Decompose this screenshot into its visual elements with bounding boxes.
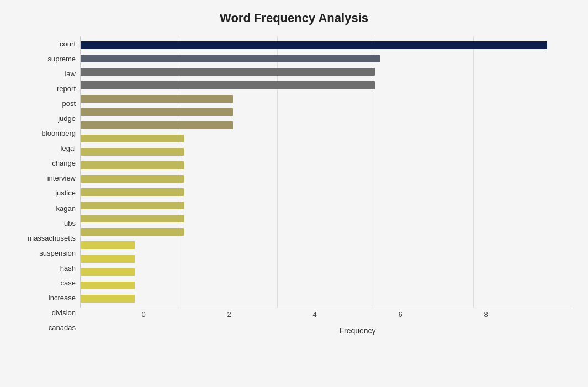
x-tick-label: 4 (312, 310, 316, 319)
x-axis-title: Frequency (144, 326, 571, 335)
bottom-section: 02468 Frequency (144, 308, 571, 335)
x-tick-label: 8 (484, 310, 488, 319)
y-label: ubs (64, 220, 76, 227)
y-label: division (52, 309, 76, 316)
x-ticks: 02468 (144, 308, 571, 322)
bar-row (81, 225, 571, 238)
bar (81, 161, 184, 169)
bar-row (81, 92, 571, 105)
bar-row (81, 119, 571, 132)
y-label: bloomberg (42, 130, 76, 137)
y-label: court (60, 40, 76, 47)
bar (81, 81, 375, 89)
bar-row (81, 105, 571, 119)
chart-container: Word Frequency Analysis courtsupremelawr… (0, 0, 588, 387)
bar-row (81, 52, 571, 65)
bar-row (81, 185, 571, 199)
bar (81, 121, 233, 129)
y-label: legal (61, 145, 76, 152)
y-label: kagan (56, 205, 76, 212)
bar-row (81, 65, 571, 78)
bar-row (81, 78, 571, 92)
y-label: law (65, 70, 76, 77)
chart-title: Word Frequency Analysis (17, 11, 571, 25)
x-tick-label: 6 (398, 310, 402, 319)
bar (81, 202, 184, 209)
bar-row (81, 145, 571, 158)
y-label: change (52, 160, 76, 167)
x-tick-label: 2 (227, 310, 231, 319)
bar (81, 255, 135, 263)
y-label: suspension (39, 250, 76, 257)
bar-row (81, 39, 571, 52)
bar (81, 215, 184, 222)
bar (81, 95, 233, 103)
bar (81, 68, 375, 76)
y-label: interview (47, 174, 76, 182)
y-label: canadas (49, 324, 76, 331)
y-label: post (62, 100, 76, 107)
y-label: justice (55, 189, 76, 197)
bar-row (81, 199, 571, 212)
bar-row (81, 279, 571, 292)
bar (81, 241, 135, 249)
bar (81, 282, 135, 289)
y-label: judge (58, 115, 76, 122)
bar-row (81, 212, 571, 225)
bar (81, 175, 184, 183)
y-label: increase (49, 294, 76, 301)
y-label: case (61, 279, 76, 287)
bar (81, 135, 184, 142)
y-label: hash (60, 264, 76, 272)
bar (81, 188, 184, 196)
bars-area (80, 36, 571, 308)
bar-row (81, 158, 571, 172)
bar-row (81, 238, 571, 252)
y-label: report (57, 85, 76, 92)
y-labels: courtsupremelawreportpostjudgebloombergl… (17, 36, 80, 335)
y-label: massachusetts (28, 235, 76, 242)
bar-row (81, 172, 571, 185)
bar (81, 228, 184, 236)
bar (81, 55, 380, 62)
bars-inner (81, 36, 571, 308)
bar (81, 148, 184, 156)
bar-row (81, 292, 571, 305)
bar (81, 268, 135, 276)
bar-row (81, 252, 571, 266)
bar-row (81, 132, 571, 145)
y-label: supreme (47, 55, 76, 62)
bar (81, 295, 135, 303)
x-tick-label: 0 (141, 310, 145, 319)
bar (81, 108, 233, 116)
bar (81, 41, 547, 49)
bar-row (81, 266, 571, 279)
chart-area: courtsupremelawreportpostjudgebloombergl… (17, 36, 571, 335)
